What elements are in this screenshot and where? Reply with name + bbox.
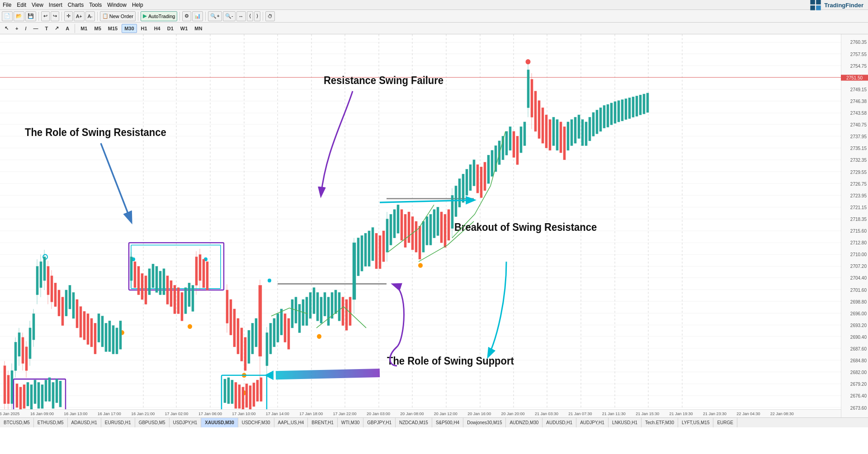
sep4 xyxy=(138,12,138,21)
tab-xauusd[interactable]: XAUUSD,M30 xyxy=(201,418,238,428)
tab-nzdcad[interactable]: NZDCAD,M15 xyxy=(396,418,432,428)
crosshair-button[interactable]: ✛ xyxy=(64,11,73,21)
tab-dow[interactable]: Dowjones30,M15 xyxy=(463,418,506,428)
tf-d1[interactable]: D1 xyxy=(165,24,176,33)
tab-usdchf[interactable]: USDCHF,M30 xyxy=(238,418,274,428)
svg-rect-140 xyxy=(184,288,187,314)
svg-rect-178 xyxy=(45,380,47,401)
tab-brent[interactable]: BRENT,H1 xyxy=(308,418,337,428)
chart-container[interactable]: XAUUSD,M30 3750.88 3751.99 3750.58 3751.… xyxy=(0,34,868,427)
zoom-out2-button[interactable]: 🔍- xyxy=(223,11,236,21)
svg-rect-131 xyxy=(152,264,154,287)
tf-m1[interactable]: M1 xyxy=(78,24,90,33)
autotrading-button[interactable]: ▶ AutoTrading xyxy=(141,11,178,21)
price-2696: 2696.00 xyxy=(850,311,867,316)
arrow-button[interactable]: ↗ xyxy=(52,24,61,33)
fib-button[interactable]: A xyxy=(63,24,72,33)
menu-file[interactable]: File xyxy=(3,2,11,8)
new-chart-button[interactable]: 📄 xyxy=(2,11,13,21)
tab-techetf[interactable]: Tech.ETF,M30 xyxy=(642,418,678,428)
svg-rect-136 xyxy=(170,281,172,307)
tab-aapl[interactable]: AAPL,US,H4 xyxy=(274,418,308,428)
svg-rect-110 xyxy=(94,323,96,354)
tab-audjpy[interactable]: AUDJPY,H1 xyxy=(576,418,609,428)
svg-point-203 xyxy=(268,279,271,282)
svg-rect-215 xyxy=(327,297,330,326)
text-button[interactable]: T xyxy=(42,24,51,33)
svg-rect-179 xyxy=(48,378,51,401)
svg-rect-146 xyxy=(199,254,201,281)
menu-charts[interactable]: Charts xyxy=(68,2,84,8)
indicators-button[interactable]: 📊 xyxy=(192,11,203,21)
line-button[interactable]: / xyxy=(22,24,29,33)
tab-lnkusd[interactable]: LNKUSD,H1 xyxy=(609,418,642,428)
svg-rect-156 xyxy=(237,318,239,354)
price-2723: 2723.95 xyxy=(850,193,867,198)
zoom-out-button[interactable]: A- xyxy=(85,11,95,21)
svg-rect-174 xyxy=(30,385,33,411)
chart-properties-button[interactable]: ⚙ xyxy=(182,11,191,21)
hline-button[interactable]: — xyxy=(31,24,41,33)
tf-m15[interactable]: M15 xyxy=(105,24,120,33)
svg-rect-155 xyxy=(233,309,236,347)
tf-h4[interactable]: H4 xyxy=(151,24,163,33)
sep6 xyxy=(205,12,206,21)
menu-view[interactable]: View xyxy=(32,2,43,8)
tab-eurge[interactable]: EURGE xyxy=(713,418,737,428)
tab-usdjpy[interactable]: USDJPY,H1 xyxy=(170,418,202,428)
menu-tools[interactable]: Tools xyxy=(89,2,102,8)
svg-point-234 xyxy=(418,263,423,267)
tab-ethusd[interactable]: ETHUSD,M5 xyxy=(34,418,68,428)
tf-m30[interactable]: M30 xyxy=(122,24,137,33)
svg-rect-214 xyxy=(324,292,326,316)
sep8 xyxy=(75,24,75,33)
tab-gbpjpy[interactable]: GBPJPY,H1 xyxy=(363,418,396,428)
period-button[interactable]: ⏱ xyxy=(265,11,275,21)
save-button[interactable]: 💾 xyxy=(25,11,36,21)
tab-btcusd[interactable]: BTCUSD,M5 xyxy=(0,418,34,428)
scroll-left-button[interactable]: ⟨ xyxy=(247,11,253,21)
crosshair2-button[interactable]: + xyxy=(13,24,21,33)
tab-sp500[interactable]: S&P500,H4 xyxy=(432,418,463,428)
undo-button[interactable]: ↩ xyxy=(41,11,50,21)
zoom-in2-button[interactable]: 🔍+ xyxy=(208,11,222,21)
new-order-button[interactable]: 📋 New Order xyxy=(100,11,136,21)
tab-adausd[interactable]: ADAUSD,H1 xyxy=(68,418,101,428)
tab-wti[interactable]: WTI,M30 xyxy=(338,418,364,428)
svg-rect-299 xyxy=(581,120,584,146)
redo-button[interactable]: ↪ xyxy=(51,11,59,21)
tab-audnzd[interactable]: AUDNZD,M30 xyxy=(506,418,542,428)
svg-rect-213 xyxy=(320,297,322,323)
time-label-7: 17 Jan 06:00 xyxy=(198,412,222,416)
menu-window[interactable]: Window xyxy=(107,2,127,8)
svg-rect-59 xyxy=(7,375,9,404)
tf-h1[interactable]: H1 xyxy=(138,24,150,33)
menu-help[interactable]: Help xyxy=(132,2,143,8)
svg-rect-220 xyxy=(345,300,348,330)
tf-m5[interactable]: M5 xyxy=(91,24,104,33)
price-axis: 2760.35 2757.55 2754.75 2751.50 2749.15 … xyxy=(841,34,868,427)
tab-lyft[interactable]: LYFT,US,M15 xyxy=(678,418,714,428)
price-2729: 2729.55 xyxy=(850,169,867,174)
fit-button[interactable]: ↔ xyxy=(236,11,246,21)
svg-rect-312 xyxy=(628,98,631,118)
svg-rect-115 xyxy=(108,321,111,351)
price-2721: 2721.15 xyxy=(850,205,867,210)
menu-insert[interactable]: Insert xyxy=(49,2,62,8)
tf-w1[interactable]: W1 xyxy=(178,24,191,33)
tf-mn[interactable]: MN xyxy=(192,24,205,33)
tab-audusd[interactable]: AUDUSD,H1 xyxy=(542,418,576,428)
open-button[interactable]: 📂 xyxy=(14,11,24,21)
tab-eurusd[interactable]: EURUSD,H1 xyxy=(101,418,135,428)
svg-rect-305 xyxy=(603,105,605,128)
menu-edit[interactable]: Edit xyxy=(17,2,26,8)
scroll-right-button[interactable]: ⟩ xyxy=(254,11,260,21)
price-2690: 2690.40 xyxy=(850,334,867,339)
cursor-button[interactable]: ↖ xyxy=(2,24,11,33)
tab-gbpusd[interactable]: GBPUSD,M5 xyxy=(135,418,170,428)
zoom-in-button[interactable]: A+ xyxy=(74,11,85,21)
time-label-2: 16 Jan 09:00 xyxy=(30,412,54,416)
svg-rect-107 xyxy=(83,311,85,340)
price-2687: 2687.60 xyxy=(850,346,867,351)
time-label-12: 20 Jan 03:00 xyxy=(367,412,390,416)
